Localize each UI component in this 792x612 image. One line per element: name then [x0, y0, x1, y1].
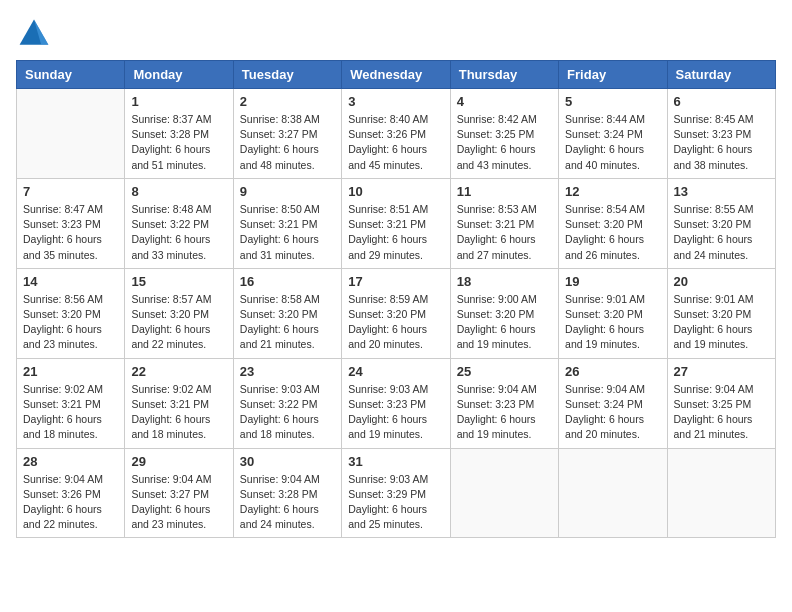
- day-number: 11: [457, 184, 552, 199]
- day-info: Sunrise: 9:04 AMSunset: 3:28 PMDaylight:…: [240, 472, 335, 533]
- day-info: Sunrise: 8:37 AMSunset: 3:28 PMDaylight:…: [131, 112, 226, 173]
- day-info: Sunrise: 9:04 AMSunset: 3:25 PMDaylight:…: [674, 382, 769, 443]
- day-number: 9: [240, 184, 335, 199]
- calendar-cell: 30Sunrise: 9:04 AMSunset: 3:28 PMDayligh…: [233, 448, 341, 538]
- day-number: 30: [240, 454, 335, 469]
- calendar-cell: 9Sunrise: 8:50 AMSunset: 3:21 PMDaylight…: [233, 178, 341, 268]
- calendar-week-row: 21Sunrise: 9:02 AMSunset: 3:21 PMDayligh…: [17, 358, 776, 448]
- day-number: 19: [565, 274, 660, 289]
- calendar-cell: 14Sunrise: 8:56 AMSunset: 3:20 PMDayligh…: [17, 268, 125, 358]
- day-number: 14: [23, 274, 118, 289]
- calendar-cell: 21Sunrise: 9:02 AMSunset: 3:21 PMDayligh…: [17, 358, 125, 448]
- calendar-header-wednesday: Wednesday: [342, 61, 450, 89]
- calendar-cell: 10Sunrise: 8:51 AMSunset: 3:21 PMDayligh…: [342, 178, 450, 268]
- calendar-cell: 7Sunrise: 8:47 AMSunset: 3:23 PMDaylight…: [17, 178, 125, 268]
- day-number: 24: [348, 364, 443, 379]
- calendar-cell: 15Sunrise: 8:57 AMSunset: 3:20 PMDayligh…: [125, 268, 233, 358]
- day-number: 3: [348, 94, 443, 109]
- day-info: Sunrise: 9:04 AMSunset: 3:24 PMDaylight:…: [565, 382, 660, 443]
- calendar-header-saturday: Saturday: [667, 61, 775, 89]
- day-info: Sunrise: 9:03 AMSunset: 3:29 PMDaylight:…: [348, 472, 443, 533]
- day-number: 26: [565, 364, 660, 379]
- day-info: Sunrise: 8:57 AMSunset: 3:20 PMDaylight:…: [131, 292, 226, 353]
- calendar-cell: 2Sunrise: 8:38 AMSunset: 3:27 PMDaylight…: [233, 89, 341, 179]
- day-number: 5: [565, 94, 660, 109]
- calendar-cell: 31Sunrise: 9:03 AMSunset: 3:29 PMDayligh…: [342, 448, 450, 538]
- calendar-header-friday: Friday: [559, 61, 667, 89]
- day-info: Sunrise: 8:58 AMSunset: 3:20 PMDaylight:…: [240, 292, 335, 353]
- day-number: 10: [348, 184, 443, 199]
- calendar-table: SundayMondayTuesdayWednesdayThursdayFrid…: [16, 60, 776, 538]
- calendar-cell: 27Sunrise: 9:04 AMSunset: 3:25 PMDayligh…: [667, 358, 775, 448]
- day-number: 27: [674, 364, 769, 379]
- calendar-week-row: 14Sunrise: 8:56 AMSunset: 3:20 PMDayligh…: [17, 268, 776, 358]
- day-number: 6: [674, 94, 769, 109]
- calendar-cell: 6Sunrise: 8:45 AMSunset: 3:23 PMDaylight…: [667, 89, 775, 179]
- calendar-cell: 16Sunrise: 8:58 AMSunset: 3:20 PMDayligh…: [233, 268, 341, 358]
- day-number: 16: [240, 274, 335, 289]
- day-number: 12: [565, 184, 660, 199]
- day-number: 18: [457, 274, 552, 289]
- day-number: 22: [131, 364, 226, 379]
- calendar-cell: 17Sunrise: 8:59 AMSunset: 3:20 PMDayligh…: [342, 268, 450, 358]
- day-info: Sunrise: 9:01 AMSunset: 3:20 PMDaylight:…: [674, 292, 769, 353]
- day-info: Sunrise: 8:56 AMSunset: 3:20 PMDaylight:…: [23, 292, 118, 353]
- calendar-cell: 1Sunrise: 8:37 AMSunset: 3:28 PMDaylight…: [125, 89, 233, 179]
- calendar-cell: 23Sunrise: 9:03 AMSunset: 3:22 PMDayligh…: [233, 358, 341, 448]
- calendar-header-sunday: Sunday: [17, 61, 125, 89]
- day-number: 4: [457, 94, 552, 109]
- day-info: Sunrise: 8:51 AMSunset: 3:21 PMDaylight:…: [348, 202, 443, 263]
- calendar-header-row: SundayMondayTuesdayWednesdayThursdayFrid…: [17, 61, 776, 89]
- day-info: Sunrise: 8:40 AMSunset: 3:26 PMDaylight:…: [348, 112, 443, 173]
- calendar-cell: 26Sunrise: 9:04 AMSunset: 3:24 PMDayligh…: [559, 358, 667, 448]
- day-info: Sunrise: 8:45 AMSunset: 3:23 PMDaylight:…: [674, 112, 769, 173]
- day-number: 29: [131, 454, 226, 469]
- day-info: Sunrise: 9:03 AMSunset: 3:22 PMDaylight:…: [240, 382, 335, 443]
- logo: [16, 16, 56, 52]
- calendar-cell: 25Sunrise: 9:04 AMSunset: 3:23 PMDayligh…: [450, 358, 558, 448]
- day-number: 15: [131, 274, 226, 289]
- day-info: Sunrise: 8:53 AMSunset: 3:21 PMDaylight:…: [457, 202, 552, 263]
- page-header: [16, 16, 776, 52]
- day-info: Sunrise: 8:47 AMSunset: 3:23 PMDaylight:…: [23, 202, 118, 263]
- day-number: 25: [457, 364, 552, 379]
- day-info: Sunrise: 8:54 AMSunset: 3:20 PMDaylight:…: [565, 202, 660, 263]
- day-number: 28: [23, 454, 118, 469]
- day-info: Sunrise: 9:01 AMSunset: 3:20 PMDaylight:…: [565, 292, 660, 353]
- calendar-cell: 13Sunrise: 8:55 AMSunset: 3:20 PMDayligh…: [667, 178, 775, 268]
- day-number: 17: [348, 274, 443, 289]
- day-number: 1: [131, 94, 226, 109]
- calendar-cell: [17, 89, 125, 179]
- calendar-cell: 5Sunrise: 8:44 AMSunset: 3:24 PMDaylight…: [559, 89, 667, 179]
- day-number: 23: [240, 364, 335, 379]
- day-info: Sunrise: 8:38 AMSunset: 3:27 PMDaylight:…: [240, 112, 335, 173]
- day-info: Sunrise: 9:04 AMSunset: 3:26 PMDaylight:…: [23, 472, 118, 533]
- day-number: 21: [23, 364, 118, 379]
- calendar-header-monday: Monday: [125, 61, 233, 89]
- day-number: 20: [674, 274, 769, 289]
- day-info: Sunrise: 9:02 AMSunset: 3:21 PMDaylight:…: [23, 382, 118, 443]
- day-number: 2: [240, 94, 335, 109]
- day-info: Sunrise: 9:04 AMSunset: 3:23 PMDaylight:…: [457, 382, 552, 443]
- calendar-cell: [559, 448, 667, 538]
- calendar-cell: 19Sunrise: 9:01 AMSunset: 3:20 PMDayligh…: [559, 268, 667, 358]
- logo-icon: [16, 16, 52, 52]
- calendar-cell: 8Sunrise: 8:48 AMSunset: 3:22 PMDaylight…: [125, 178, 233, 268]
- calendar-week-row: 28Sunrise: 9:04 AMSunset: 3:26 PMDayligh…: [17, 448, 776, 538]
- calendar-cell: 12Sunrise: 8:54 AMSunset: 3:20 PMDayligh…: [559, 178, 667, 268]
- calendar-cell: 4Sunrise: 8:42 AMSunset: 3:25 PMDaylight…: [450, 89, 558, 179]
- day-number: 31: [348, 454, 443, 469]
- day-info: Sunrise: 9:02 AMSunset: 3:21 PMDaylight:…: [131, 382, 226, 443]
- calendar-cell: 28Sunrise: 9:04 AMSunset: 3:26 PMDayligh…: [17, 448, 125, 538]
- calendar-header-thursday: Thursday: [450, 61, 558, 89]
- calendar-cell: [667, 448, 775, 538]
- day-info: Sunrise: 8:50 AMSunset: 3:21 PMDaylight:…: [240, 202, 335, 263]
- calendar-header-tuesday: Tuesday: [233, 61, 341, 89]
- day-info: Sunrise: 8:42 AMSunset: 3:25 PMDaylight:…: [457, 112, 552, 173]
- day-number: 8: [131, 184, 226, 199]
- day-info: Sunrise: 9:04 AMSunset: 3:27 PMDaylight:…: [131, 472, 226, 533]
- day-number: 7: [23, 184, 118, 199]
- calendar-week-row: 1Sunrise: 8:37 AMSunset: 3:28 PMDaylight…: [17, 89, 776, 179]
- calendar-cell: [450, 448, 558, 538]
- calendar-cell: 18Sunrise: 9:00 AMSunset: 3:20 PMDayligh…: [450, 268, 558, 358]
